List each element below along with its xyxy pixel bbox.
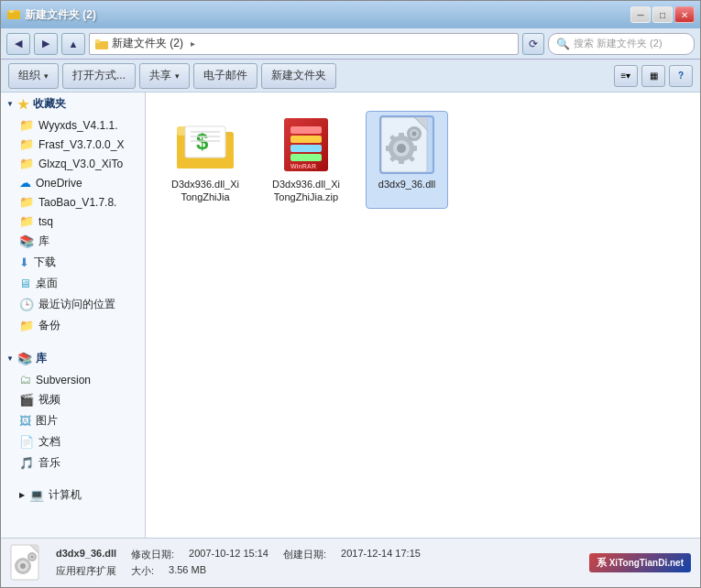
- status-bottom-right: 系 XiTongTianDi.net: [589, 553, 691, 572]
- file-label: d3dx9_36.dll: [378, 178, 435, 191]
- path-chevron: ▸: [191, 38, 195, 49]
- sidebar-item-wyy[interactable]: 📁 Wyyxds_V4.1.1.: [1, 115, 145, 135]
- watermark-badge: 系 XiTongTianDi.net: [589, 553, 691, 572]
- sidebar-item-label: Wyyxds_V4.1.1.: [38, 119, 118, 132]
- sidebar-item-label: 文档: [38, 434, 60, 450]
- search-box[interactable]: 🔍 搜索 新建文件夹 (2): [548, 33, 695, 55]
- sidebar-item-backup[interactable]: 📁 备份: [1, 315, 145, 336]
- sidebar-item-desktop[interactable]: 🖥 桌面: [1, 273, 145, 294]
- sidebar-item-taobao[interactable]: 📁 TaoBao_V1.7.8.: [1, 192, 145, 212]
- sidebar-item-label: Glxzq_V3.0_XiTo: [38, 158, 123, 170]
- maximize-button[interactable]: □: [652, 6, 673, 23]
- sidebar-item-computer[interactable]: ▶ 💻 计算机: [1, 485, 145, 506]
- sidebar-item-video[interactable]: 🎬 视频: [1, 389, 145, 410]
- window-title: 新建文件夹 (2): [25, 7, 96, 23]
- up-button[interactable]: ▲: [61, 33, 85, 55]
- help-button[interactable]: ?: [669, 65, 693, 87]
- sidebar-item-lib[interactable]: 📚 库: [1, 231, 145, 252]
- file-item-folder[interactable]: $ D3dx936.dll_XiTongZhiJia: [164, 111, 246, 209]
- lib-icon: 📚: [19, 234, 34, 248]
- organize-arrow-icon: ▾: [44, 71, 49, 81]
- folder-svg: $: [176, 119, 235, 170]
- email-button[interactable]: 电子邮件: [193, 63, 257, 89]
- path-text: 新建文件夹 (2): [112, 36, 183, 51]
- status-bar: d3dx9_36.dll 修改日期: 2007-10-12 15:14 创建日期…: [1, 538, 700, 587]
- view-toggle-button[interactable]: ≡▾: [614, 65, 638, 87]
- desktop-icon: 🖥: [19, 277, 31, 290]
- back-button[interactable]: ◀: [6, 33, 30, 55]
- sidebar-item-glxzq[interactable]: 📁 Glxzq_V3.0_XiTo: [1, 154, 145, 173]
- svg-rect-18: [290, 145, 322, 152]
- details-view-button[interactable]: ▦: [641, 65, 665, 87]
- sidebar-item-frasf[interactable]: 📁 Frasf_V3.7.0.0_X: [1, 135, 145, 154]
- share-button[interactable]: 共享 ▾: [139, 63, 190, 89]
- svg-rect-2: [9, 10, 14, 13]
- new-folder-button[interactable]: 新建文件夹: [261, 63, 336, 89]
- download-icon: ⬇: [19, 256, 29, 269]
- file-item-zip[interactable]: WinRAR D3dx936.dll_XiTongZhiJia.zip: [265, 111, 347, 209]
- computer-expand-icon: ▶: [19, 491, 25, 499]
- share-label: 共享: [149, 68, 171, 83]
- video-icon: 🎬: [19, 393, 34, 407]
- file-item-dll[interactable]: d3dx9_36.dll: [366, 111, 448, 209]
- backup-icon: 📁: [19, 319, 34, 332]
- library-label: 库: [36, 351, 47, 366]
- sidebar-item-label: 库: [38, 234, 49, 249]
- sidebar-item-tsq[interactable]: 📁 tsq: [1, 212, 145, 231]
- status-created-value: 2017-12-14 17:15: [341, 548, 421, 561]
- title-bar-controls: ─ □ ✕: [630, 6, 695, 23]
- refresh-button[interactable]: ⟳: [522, 33, 544, 55]
- file-area: $ D3dx936.dll_XiTongZhiJia: [146, 93, 700, 538]
- music-icon: 🎵: [19, 456, 34, 470]
- sidebar-item-label: Subversion: [36, 374, 91, 387]
- sidebar-item-label: 备份: [38, 318, 60, 333]
- sidebar-item-doc[interactable]: 📄 文档: [1, 431, 145, 452]
- sidebar-item-label: 图片: [36, 413, 58, 429]
- search-icon: 🔍: [556, 38, 570, 50]
- organize-label: 组织: [18, 68, 40, 83]
- sidebar-item-recent[interactable]: 🕒 最近访问的位置: [1, 294, 145, 315]
- status-modified-value: 2007-10-12 15:14: [189, 548, 268, 561]
- close-button[interactable]: ✕: [674, 6, 695, 23]
- sidebar-item-music[interactable]: 🎵 音乐: [1, 452, 145, 474]
- computer-icon: 💻: [29, 488, 44, 502]
- sidebar-item-label: OneDrive: [36, 177, 82, 190]
- zip-svg: WinRAR: [283, 117, 329, 172]
- status-type: 应用程序扩展: [56, 564, 116, 578]
- watermark-label: 系: [597, 557, 607, 568]
- sidebar-item-label: 音乐: [38, 455, 60, 471]
- sidebar-item-label: TaoBao_V1.7.8.: [38, 196, 116, 209]
- svg-point-47: [31, 555, 34, 558]
- sidebar-item-label: 下载: [34, 255, 56, 270]
- sidebar-item-download[interactable]: ⬇ 下载: [1, 252, 145, 273]
- svg-rect-19: [290, 154, 322, 161]
- window-icon: [6, 7, 21, 22]
- library-expand-icon: ▼: [6, 354, 14, 363]
- status-modified-label: 修改日期:: [131, 548, 174, 561]
- status-size-value: 3.56 MB: [169, 564, 206, 578]
- favorites-label: 收藏夹: [33, 96, 66, 112]
- dll-svg: [379, 115, 434, 174]
- sidebar-item-image[interactable]: 🖼 图片: [1, 410, 145, 431]
- sidebar-item-onedrive[interactable]: ☁ OneDrive: [1, 173, 145, 192]
- status-size-label: 大小:: [131, 564, 154, 578]
- sidebar-item-label: 桌面: [36, 276, 58, 291]
- organize-button[interactable]: 组织 ▾: [8, 63, 59, 89]
- minimize-button[interactable]: ─: [630, 6, 651, 23]
- folder-icon: 📁: [19, 157, 34, 170]
- new-folder-label: 新建文件夹: [271, 68, 326, 83]
- file-label: D3dx936.dll_XiTongZhiJia: [169, 178, 242, 204]
- svg-text:WinRAR: WinRAR: [290, 163, 316, 169]
- forward-button[interactable]: ▶: [34, 33, 58, 55]
- doc-icon: 📄: [19, 435, 34, 449]
- status-created-label: 创建日期:: [283, 548, 326, 561]
- address-path-box[interactable]: 新建文件夹 (2) ▸: [89, 33, 519, 55]
- svg-rect-16: [290, 126, 322, 134]
- open-with-button[interactable]: 打开方式...: [62, 63, 136, 89]
- sidebar-library-header[interactable]: ▼ 📚 库: [1, 347, 145, 370]
- title-bar-left: 新建文件夹 (2): [6, 7, 96, 23]
- status-dll-svg: [10, 544, 43, 581]
- sidebar-item-subversion[interactable]: 🗂 Subversion: [1, 370, 145, 389]
- status-row-2: 应用程序扩展 大小: 3.56 MB: [56, 564, 421, 578]
- sidebar-favorites-header[interactable]: ▼ ★ 收藏夹: [1, 93, 145, 115]
